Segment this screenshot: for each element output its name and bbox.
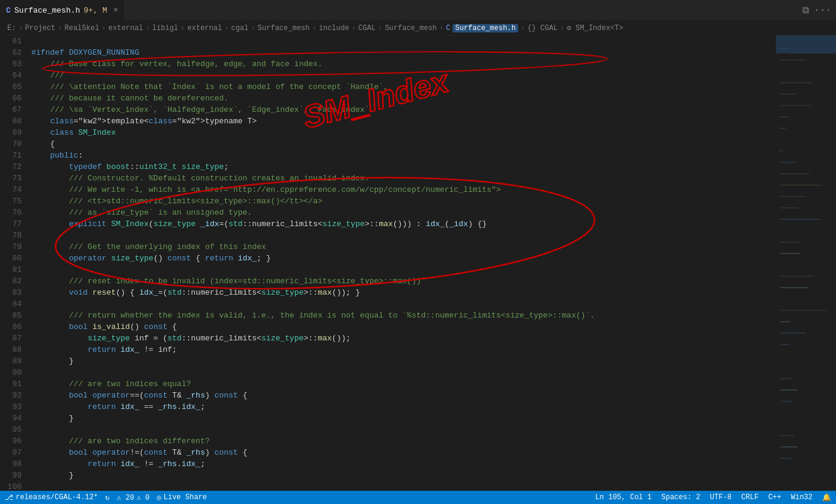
breadcrumb-e[interactable]: E:	[7, 24, 16, 32]
active-tab[interactable]: C Surface_mesh.h 9+, M ×	[0, 0, 125, 21]
code-line: return idx_ != _rhs.idx_;	[31, 458, 776, 470]
live-share-label: Live Share	[164, 493, 207, 502]
status-right: Ln 105, Col 1 Spaces: 2 UTF-8 CRLF C++ W…	[595, 493, 831, 502]
split-editor-icon[interactable]: ⧉	[802, 5, 809, 16]
code-line: }	[31, 413, 776, 424]
code-line	[31, 230, 776, 241]
breadcrumb-external1[interactable]: external	[108, 24, 143, 32]
code-line: /// reset index to be invalid (index=std…	[31, 275, 776, 287]
breadcrumb-sm-index[interactable]: ⚙ SM_Index<T>	[567, 23, 624, 32]
error-count: ⚠ 20	[117, 493, 134, 502]
code-line: bool operator==(const T& _rhs) const {	[31, 390, 776, 401]
line-col-item[interactable]: Ln 105, Col 1	[595, 493, 652, 502]
breadcrumb-surface-mesh2[interactable]: Surface_mesh	[385, 24, 436, 32]
file-type-icon: C	[6, 6, 11, 15]
line-col: Ln 105, Col 1	[595, 493, 652, 502]
code-content: 6162636465666768697071727374757677787980…	[0, 35, 776, 491]
language: C++	[768, 493, 781, 502]
code-line	[31, 367, 776, 378]
code-line: size_type inf = (std::numeric_limits<siz…	[31, 333, 776, 344]
line-ending-item[interactable]: CRLF	[742, 493, 759, 502]
spaces: Spaces: 2	[661, 493, 701, 502]
live-share-item[interactable]: ◎ Live Share	[157, 493, 207, 502]
code-line	[31, 264, 776, 275]
feedback-item[interactable]: 🔔	[822, 493, 831, 502]
code-line: #ifndef DOXYGEN_RUNNING	[31, 47, 776, 58]
encoding: UTF-8	[710, 493, 732, 502]
os-item[interactable]: Win32	[791, 493, 813, 502]
tab-actions: ⧉ ···	[797, 5, 836, 16]
code-line: /// as `size_type` is an unsigned type.	[31, 207, 776, 218]
code-line	[31, 481, 776, 491]
close-tab-button[interactable]: ×	[113, 5, 118, 15]
sync-item[interactable]: ↻	[105, 493, 110, 502]
breadcrumb-file[interactable]: Surface_mesh.h	[453, 24, 518, 32]
code-line: operator size_type() const { return idx_…	[31, 253, 776, 264]
git-branch-icon: ⎇	[5, 493, 13, 502]
code-line: /// <tt>std::numeric_limits<size_type>::…	[31, 195, 776, 207]
more-actions-icon[interactable]: ···	[814, 5, 831, 16]
breadcrumb-project[interactable]: Project	[25, 24, 55, 32]
live-share-icon: ◎	[157, 493, 161, 502]
spaces-item[interactable]: Spaces: 2	[661, 493, 701, 502]
code-line: typedef boost::uint32_t size_type;	[31, 161, 776, 173]
code-line: /// because it cannot be dereferenced.	[31, 93, 776, 104]
code-line: bool operator!=(const T& _rhs) const {	[31, 447, 776, 458]
code-line: /// Constructor. %Default construction c…	[31, 173, 776, 184]
code-line: /// Base class for vertex, halfedge, edg…	[31, 58, 776, 70]
code-line: explicit SM_Index(size_type _idx=(std::n…	[31, 218, 776, 230]
code-line: void reset() { idx_=(std::numeric_limits…	[31, 287, 776, 298]
code-line: /// are two indices equal?	[31, 378, 776, 390]
code-line: /// We write -1, which is <a href="http:…	[31, 184, 776, 195]
breadcrumb-cgal[interactable]: cgal	[231, 24, 249, 32]
code-line	[31, 424, 776, 435]
line-ending: CRLF	[742, 493, 759, 502]
minimap-viewport	[776, 35, 836, 54]
code-line: }	[31, 470, 776, 481]
code-line: bool is_valid() const {	[31, 321, 776, 333]
branch-item[interactable]: ⎇ releases/CGAL-4.12*	[5, 493, 98, 502]
code-line	[31, 298, 776, 310]
breadcrumb-include[interactable]: include	[319, 24, 349, 32]
code-line: ///	[31, 70, 776, 81]
breadcrumb-cgal-ns[interactable]: {} CGAL	[527, 24, 557, 32]
branch-name: releases/CGAL-4.12*	[16, 493, 98, 502]
code-line: /// \attention Note that `Index` is not …	[31, 81, 776, 93]
minimap-canvas	[776, 35, 836, 491]
breadcrumb-cgal2[interactable]: CGAL	[358, 24, 376, 32]
line-numbers: 6162636465666768697071727374757677787980…	[0, 35, 26, 491]
code-line: public:	[31, 150, 776, 161]
os: Win32	[791, 493, 813, 502]
breadcrumb-surface-mesh[interactable]: Surface_mesh	[258, 24, 309, 32]
tab-bar: C Surface_mesh.h 9+, M × ⧉ ···	[0, 0, 836, 21]
code-line: /// \sa `Vertex_index`, `Halfedge_index`…	[31, 104, 776, 115]
breadcrumb-external2[interactable]: external	[187, 24, 222, 32]
breadcrumb: E: › Project › RealSkel › external › lib…	[0, 21, 836, 35]
breadcrumb-realskel[interactable]: RealSkel	[64, 24, 99, 32]
code-lines[interactable]: #ifndef DOXYGEN_RUNNING /// Base class f…	[26, 35, 776, 491]
sync-icon: ↻	[105, 493, 110, 502]
code-line: class="kw2">template<class="kw2">typenam…	[31, 115, 776, 127]
language-item[interactable]: C++	[768, 493, 781, 502]
code-line: /// Get the underlying index of this ind…	[31, 241, 776, 253]
code-area: 6162636465666768697071727374757677787980…	[0, 35, 776, 491]
code-line: /// return whether the index is valid, i…	[31, 310, 776, 321]
code-line: {	[31, 138, 776, 150]
tab-filename: Surface_mesh.h	[14, 6, 80, 15]
editor-container: 6162636465666768697071727374757677787980…	[0, 35, 836, 491]
minimap[interactable]	[776, 35, 836, 491]
code-line: /// are two indices different?	[31, 435, 776, 447]
errors-item[interactable]: ⚠ 20 ⚠ 0	[117, 493, 149, 502]
warning-count: ⚠ 0	[137, 493, 150, 502]
code-line: return idx_ == _rhs.idx_;	[31, 401, 776, 413]
tab-modified: 9+, M	[84, 6, 107, 15]
code-line: return idx_ != inf;	[31, 344, 776, 355]
breadcrumb-file-icon: C	[446, 24, 450, 32]
feedback-icon: 🔔	[822, 493, 831, 502]
code-line: class SM_Index	[31, 127, 776, 138]
code-line	[31, 35, 776, 47]
code-line: }	[31, 355, 776, 367]
status-left: ⎇ releases/CGAL-4.12* ↻ ⚠ 20 ⚠ 0 ◎ Live …	[5, 493, 207, 502]
encoding-item[interactable]: UTF-8	[710, 493, 732, 502]
breadcrumb-libigl[interactable]: libigl	[152, 24, 178, 32]
